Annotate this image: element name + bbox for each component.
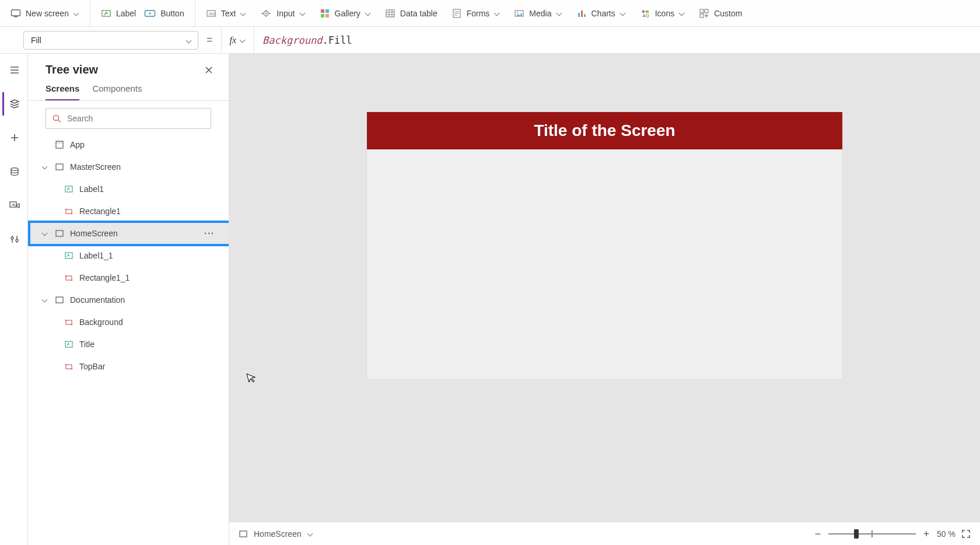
property-selector[interactable]: Fill bbox=[23, 31, 198, 50]
media-button[interactable]: Media bbox=[514, 8, 562, 19]
svg-rect-25 bbox=[700, 14, 704, 18]
tree-node-rectangle1[interactable]: Rectangle1 bbox=[28, 200, 229, 222]
tree-node-topbar[interactable]: TopBar bbox=[28, 355, 229, 378]
fx-button[interactable]: fx bbox=[221, 27, 255, 53]
expand-toggle[interactable] bbox=[41, 230, 49, 236]
tree-node-documentation[interactable]: Documentation bbox=[28, 289, 229, 311]
status-screen-selector[interactable]: HomeScreen bbox=[239, 529, 313, 539]
svg-rect-43 bbox=[56, 297, 63, 303]
tree-search-box[interactable] bbox=[46, 108, 211, 129]
zoom-in-button[interactable]: + bbox=[922, 529, 931, 539]
tree-node-background[interactable]: Background bbox=[28, 311, 229, 333]
chevron-down-icon bbox=[620, 11, 626, 16]
rail-settings-button[interactable] bbox=[2, 228, 26, 251]
tree-node-app[interactable]: App bbox=[28, 134, 229, 156]
property-name: Fill bbox=[31, 36, 41, 45]
tree-search-input[interactable] bbox=[66, 113, 205, 124]
svg-rect-40 bbox=[66, 276, 72, 280]
tab-screens[interactable]: Screens bbox=[46, 79, 79, 100]
plus-icon bbox=[9, 132, 20, 143]
status-screen-name: HomeScreen bbox=[254, 529, 302, 539]
media-icon bbox=[514, 8, 524, 19]
canvas-area: Title of the Screen HomeScreen − bbox=[229, 54, 980, 545]
tree-node-title[interactable]: Title bbox=[28, 333, 229, 355]
icons-button[interactable]: Icons bbox=[640, 8, 685, 19]
zoom-slider-handle[interactable] bbox=[854, 529, 859, 539]
svg-rect-17 bbox=[578, 13, 580, 17]
expand-toggle[interactable] bbox=[41, 164, 49, 170]
rail-hamburger-button[interactable] bbox=[2, 58, 26, 82]
zoom-out-button[interactable]: − bbox=[813, 529, 822, 539]
button-button[interactable]: Button bbox=[144, 8, 184, 19]
rectangle-icon bbox=[63, 207, 75, 216]
canvas-stage[interactable]: Title of the Screen bbox=[367, 112, 842, 379]
input-label: Input bbox=[276, 9, 295, 18]
svg-rect-23 bbox=[700, 9, 704, 13]
formula-input[interactable]: Background.Fill bbox=[254, 34, 980, 46]
database-icon bbox=[9, 166, 20, 177]
data-table-button[interactable]: Data table bbox=[385, 8, 438, 19]
formula-expr-rest: .Fill bbox=[322, 34, 352, 46]
svg-point-30 bbox=[54, 116, 59, 121]
text-button[interactable]: Abc Text bbox=[206, 8, 247, 19]
svg-rect-18 bbox=[581, 11, 583, 17]
svg-point-20 bbox=[642, 10, 645, 13]
rail-tree-view-button[interactable] bbox=[2, 92, 26, 116]
input-button[interactable]: Input bbox=[260, 8, 305, 19]
hamburger-icon bbox=[9, 65, 20, 75]
tree-node-homescreen[interactable]: HomeScreen ··· bbox=[28, 222, 229, 244]
svg-point-8 bbox=[265, 12, 267, 14]
svg-point-29 bbox=[16, 239, 18, 242]
expand-toggle[interactable] bbox=[41, 297, 49, 303]
custom-button[interactable]: Custom bbox=[699, 8, 742, 19]
tab-components[interactable]: Components bbox=[92, 79, 142, 100]
screen-icon bbox=[54, 162, 65, 172]
rail-data-button[interactable] bbox=[2, 160, 26, 183]
svg-point-37 bbox=[71, 213, 73, 215]
screen-title-bar[interactable]: Title of the Screen bbox=[367, 112, 842, 149]
gallery-icon bbox=[320, 8, 330, 19]
tree-node-label: Rectangle1_1 bbox=[79, 273, 130, 282]
tree-node-label: Label1 bbox=[79, 184, 104, 194]
close-panel-button[interactable] bbox=[203, 64, 215, 76]
button-icon bbox=[144, 8, 156, 19]
tree-node-label: TopBar bbox=[79, 362, 105, 371]
text-icon: Abc bbox=[206, 8, 216, 19]
svg-rect-10 bbox=[326, 9, 329, 13]
search-icon bbox=[52, 114, 61, 123]
chevron-down-icon bbox=[494, 11, 500, 16]
fit-to-window-button[interactable] bbox=[961, 529, 971, 539]
label-icon bbox=[63, 251, 75, 260]
tree-node-label1-1[interactable]: Label1_1 bbox=[28, 244, 229, 267]
close-icon bbox=[205, 66, 213, 74]
chevron-down-icon bbox=[240, 37, 246, 43]
rail-insert-button[interactable] bbox=[2, 126, 26, 149]
new-screen-button[interactable]: New screen bbox=[10, 8, 79, 19]
chevron-down-icon bbox=[240, 11, 246, 16]
canvas-viewport[interactable]: Title of the Screen bbox=[229, 54, 980, 522]
more-options-button[interactable]: ··· bbox=[204, 229, 215, 238]
tree-node-rectangle1-1[interactable]: Rectangle1_1 bbox=[28, 267, 229, 289]
expand-icon bbox=[961, 529, 971, 539]
label-button[interactable]: Label bbox=[101, 8, 136, 19]
tree-node-masterscreen[interactable]: MasterScreen bbox=[28, 156, 229, 178]
forms-button[interactable]: Forms bbox=[452, 8, 501, 19]
icons-icon bbox=[640, 8, 650, 19]
gallery-button[interactable]: Gallery bbox=[320, 8, 371, 19]
svg-point-4 bbox=[149, 12, 151, 14]
tree-node-label1[interactable]: Label1 bbox=[28, 178, 229, 200]
tree-node-label: HomeScreen bbox=[70, 229, 118, 238]
zoom-slider[interactable] bbox=[828, 528, 916, 540]
custom-icon bbox=[699, 8, 709, 19]
zoom-slider-midtick bbox=[872, 530, 873, 537]
zoom-level-label: 50 % bbox=[937, 529, 956, 539]
svg-rect-51 bbox=[240, 531, 247, 537]
equals-sign: = bbox=[206, 34, 213, 46]
new-screen-label: New screen bbox=[26, 9, 69, 18]
tree-view-panel: Tree view Screens Components App bbox=[28, 54, 229, 545]
rectangle-icon bbox=[63, 273, 75, 282]
rail-media-button[interactable] bbox=[2, 194, 26, 217]
charts-button[interactable]: Charts bbox=[576, 8, 626, 19]
tree-view-icon bbox=[9, 98, 20, 110]
svg-point-16 bbox=[517, 12, 519, 13]
